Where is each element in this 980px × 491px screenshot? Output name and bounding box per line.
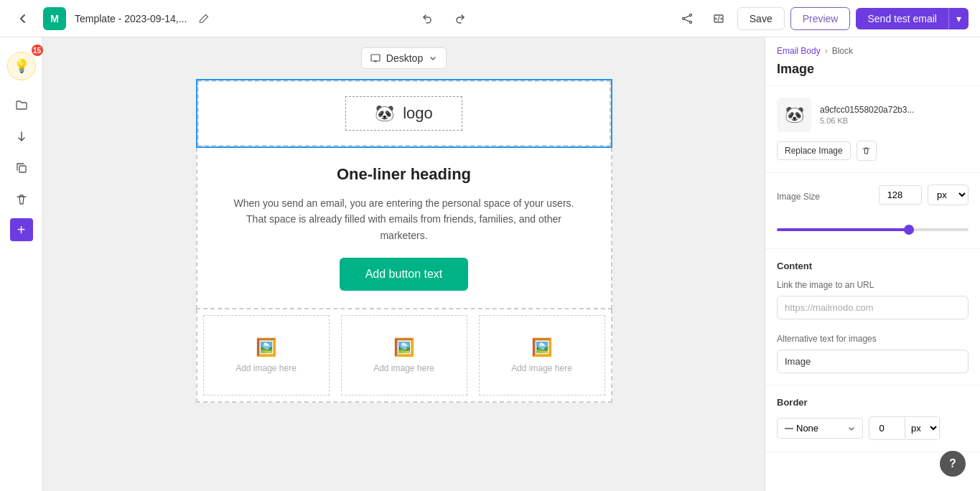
send-group: Send test email ▾	[856, 8, 969, 29]
image-filename: a9cfcc01558020a72b3...	[820, 105, 969, 115]
image-placeholder-2[interactable]: 🖼️ Add image here	[341, 315, 467, 396]
alt-label: Alternative text for images	[777, 334, 969, 344]
app-logo-icon: M	[50, 13, 59, 24]
code-view-button[interactable]	[706, 6, 732, 32]
content-block: One-liner heading When you send an email…	[196, 148, 612, 309]
border-section: Border None px em	[765, 385, 980, 452]
border-unit-select[interactable]: px em	[905, 417, 939, 439]
svg-rect-6	[19, 166, 26, 172]
device-selector[interactable]: Desktop	[361, 47, 447, 69]
notification-badge[interactable]: 💡 15	[1, 46, 42, 86]
email-body: When you send an email, you are entering…	[226, 195, 582, 243]
topbar: M Template - 2023-09-14,...	[0, 0, 980, 37]
image-meta: a9cfcc01558020a72b3... 5.06 KB	[820, 105, 969, 125]
image-size-row: px em	[879, 184, 969, 205]
app-logo: M	[43, 7, 66, 30]
images-block: 🖼️ Add image here 🖼️ Add image here 🖼️ A…	[196, 309, 612, 403]
email-heading: One-liner heading	[226, 165, 582, 184]
border-row: None px em	[777, 416, 969, 440]
image-size-unit-select[interactable]: px em	[928, 184, 969, 205]
breadcrumb-parent[interactable]: Email Body	[777, 46, 821, 56]
delete-image-button[interactable]	[857, 141, 877, 161]
send-test-button[interactable]: Send test email	[856, 8, 948, 29]
logo-content: 🐼 logo	[345, 96, 462, 131]
logo-block[interactable]: 🐼 logo	[196, 79, 612, 148]
image-info-row: 🐼 a9cfcc01558020a72b3... 5.06 KB	[777, 98, 969, 132]
email-wrapper: 🐼 logo One-liner heading When you send a…	[196, 79, 612, 403]
slider-container	[777, 221, 969, 234]
svg-line-4	[684, 19, 689, 21]
content-section-title: Content	[777, 261, 969, 271]
image-placeholder-1[interactable]: 🖼️ Add image here	[203, 315, 330, 396]
url-label: Link the image to an URL	[777, 280, 969, 290]
breadcrumb: Email Body › Block	[765, 37, 980, 59]
image-size-label: Image Size	[777, 192, 820, 202]
edit-title-icon[interactable]	[195, 10, 213, 27]
copy-button[interactable]	[9, 155, 34, 181]
image-size-input[interactable]	[879, 185, 922, 205]
image-thumbnail: 🐼	[777, 98, 811, 132]
undo-button[interactable]	[415, 6, 441, 32]
add-block-button[interactable]: +	[10, 218, 33, 241]
border-style-label: None	[796, 423, 818, 434]
svg-point-2	[689, 21, 691, 23]
canvas-area: Desktop 🐼 logo One-liner heading	[43, 37, 765, 491]
save-button[interactable]: Save	[737, 7, 785, 30]
logo-text: logo	[403, 104, 433, 123]
back-button[interactable]	[11, 7, 34, 30]
image-info-section: 🐼 a9cfcc01558020a72b3... 5.06 KB Replace…	[765, 86, 980, 173]
image-size-section: Image Size px em	[765, 173, 980, 249]
image-filesize: 5.06 KB	[820, 116, 969, 125]
content-section: Content Link the image to an URL Alterna…	[765, 249, 980, 385]
logo-image[interactable]: 🐼 logo	[197, 80, 611, 146]
folder-button[interactable]	[9, 92, 34, 118]
topbar-center	[415, 6, 472, 32]
border-width-input[interactable]	[869, 418, 905, 439]
svg-point-0	[689, 14, 691, 16]
tip-icon[interactable]: 💡	[7, 52, 36, 80]
main-layout: 💡 15 +	[0, 37, 980, 491]
redo-button[interactable]	[447, 6, 472, 32]
image-placeholder-3[interactable]: 🖼️ Add image here	[479, 315, 605, 396]
delete-button[interactable]	[9, 187, 34, 212]
breadcrumb-separator: ›	[825, 46, 828, 56]
template-title: Template - 2023-09-14,...	[75, 13, 187, 24]
topbar-right: Save Preview Send test email ▾	[674, 6, 969, 32]
svg-point-1	[682, 17, 684, 19]
alt-text-input[interactable]	[777, 350, 969, 373]
send-dropdown-button[interactable]: ▾	[948, 8, 969, 29]
image-icon-3: 🖼️	[531, 337, 553, 357]
device-label: Desktop	[386, 52, 423, 64]
help-button[interactable]: ?	[940, 451, 966, 477]
image-label-1: Add image here	[235, 363, 297, 373]
notification-count: 15	[32, 45, 43, 56]
svg-line-3	[684, 15, 689, 17]
panel-title: Image	[765, 59, 980, 86]
cta-button[interactable]: Add button text	[340, 258, 469, 291]
topbar-left: M Template - 2023-09-14,...	[11, 7, 213, 30]
image-actions: Replace Image	[777, 141, 969, 161]
breadcrumb-child: Block	[832, 46, 853, 56]
url-input[interactable]	[777, 296, 969, 319]
svg-rect-7	[371, 55, 380, 61]
preview-button[interactable]: Preview	[790, 7, 851, 30]
logo-emoji: 🐼	[375, 104, 394, 123]
border-style-select[interactable]: None	[777, 418, 863, 439]
image-label-3: Add image here	[511, 363, 572, 373]
device-toolbar: Desktop	[361, 37, 447, 79]
move-down-button[interactable]	[9, 123, 34, 149]
right-panel: Email Body › Block Image 🐼 a9cfcc0155802…	[765, 37, 980, 491]
share-button[interactable]	[674, 6, 700, 32]
border-section-title: Border	[777, 397, 969, 408]
image-label-2: Add image here	[373, 363, 434, 373]
replace-image-button[interactable]: Replace Image	[777, 141, 851, 160]
image-size-slider[interactable]	[777, 228, 969, 231]
image-icon-1: 🖼️	[256, 337, 277, 357]
image-icon-2: 🖼️	[393, 337, 415, 357]
